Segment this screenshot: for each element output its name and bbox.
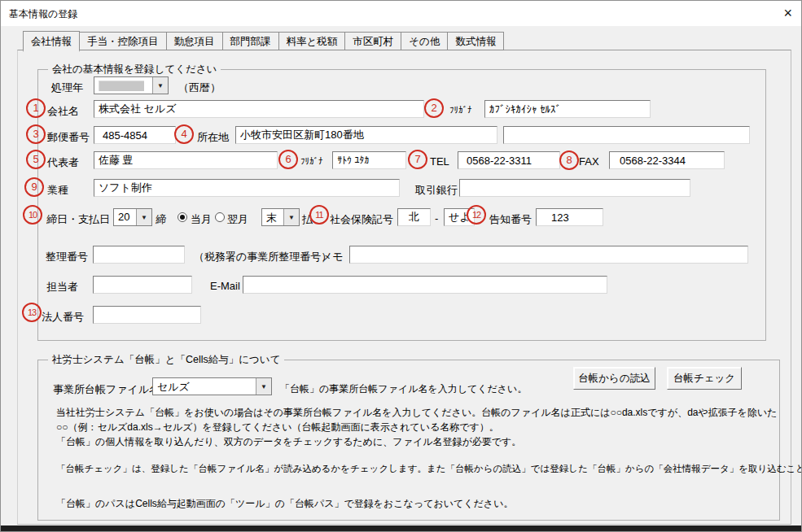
email-input[interactable] bbox=[243, 276, 607, 294]
daicho-desc-line2: ○○（例：セルズda.xls→セルズ）を登録してください（台帳起動画面に表示され… bbox=[56, 421, 499, 434]
processing-year-combo[interactable]: ▼ bbox=[94, 76, 169, 94]
address-input[interactable] bbox=[235, 126, 497, 144]
closing-suffix-label: 締 bbox=[156, 212, 166, 227]
email-label: E-Mail bbox=[210, 280, 240, 292]
badge-4: 4 bbox=[174, 124, 194, 144]
tab-allowance-deduction[interactable]: 手当・控除項目 bbox=[80, 32, 167, 50]
bank-label: 取引銀行 bbox=[415, 183, 458, 198]
company-kana-label: ﾌﾘｶﾞﾅ bbox=[449, 105, 472, 115]
tab-formula-info[interactable]: 数式情報 bbox=[448, 32, 504, 50]
industry-label: 業種 bbox=[47, 183, 68, 198]
industry-input[interactable] bbox=[94, 179, 400, 197]
radio-next-month[interactable] bbox=[215, 212, 225, 222]
processing-year-redacted-value bbox=[99, 81, 144, 91]
window-title: 基本情報の登録 bbox=[9, 7, 77, 21]
group-daicho-legend: 社労士システム「台帳」と「Cells給与」について bbox=[48, 353, 284, 367]
seiri-number-input[interactable] bbox=[93, 246, 185, 264]
postal-code-input[interactable] bbox=[94, 126, 176, 144]
tab-other[interactable]: その他 bbox=[401, 32, 448, 50]
fax-input[interactable] bbox=[609, 151, 725, 169]
company-kana-input[interactable] bbox=[484, 100, 651, 118]
social-insurance-separator: - bbox=[435, 212, 438, 225]
tab-departments[interactable]: 部門部課 bbox=[223, 32, 279, 50]
tab-company-info[interactable]: 会社情報 bbox=[23, 31, 80, 52]
tel-label: TEL bbox=[430, 155, 449, 168]
dialog-basic-info: 基本情報の登録 × 会社情報 手当・控除項目 勤怠項目 部門部課 料率と税額 市… bbox=[0, 0, 802, 532]
processing-year-suffix: （西暦） bbox=[178, 81, 221, 95]
chevron-down-icon[interactable]: ▼ bbox=[256, 378, 271, 395]
contact-person-label: 担当者 bbox=[46, 280, 78, 294]
badge-1: 1 bbox=[26, 98, 46, 118]
tab-bar: 会社情報 手当・控除項目 勤怠項目 部門部課 料率と税額 市区町村 その他 数式… bbox=[23, 31, 504, 50]
representative-input[interactable] bbox=[94, 151, 278, 169]
company-name-label: 会社名 bbox=[47, 104, 79, 119]
tab-municipality[interactable]: 市区町村 bbox=[345, 32, 401, 50]
badge-6: 6 bbox=[278, 150, 298, 169]
postal-code-label: 郵便番号 bbox=[47, 130, 90, 145]
chevron-down-icon[interactable]: ▼ bbox=[152, 77, 168, 94]
daicho-desc-line3: 「台帳」の個人情報を取り込んだり、双方のデータをチェックするために、ファイル名登… bbox=[56, 435, 521, 449]
daicho-check-button[interactable]: 台帳チェック bbox=[667, 367, 742, 390]
badge-5: 5 bbox=[26, 150, 46, 169]
company-name-input[interactable] bbox=[94, 100, 424, 118]
radio-next-month-label[interactable]: 翌月 bbox=[227, 212, 248, 227]
tab-rates-taxes[interactable]: 料率と税額 bbox=[279, 32, 346, 50]
contact-person-input[interactable] bbox=[93, 276, 192, 294]
badge-13: 13 bbox=[22, 303, 42, 322]
seiri-number-note: （税務署の事業所整理番号） bbox=[194, 250, 331, 264]
notice-number-input[interactable] bbox=[536, 208, 603, 226]
daicho-desc-line4: 「台帳チェック」は、登録した「台帳ファイル名」が読み込めるかをチェックします。ま… bbox=[56, 463, 802, 475]
badge-10: 10 bbox=[23, 205, 42, 225]
memo-label: メモ bbox=[322, 250, 344, 264]
representative-label: 代表者 bbox=[47, 155, 79, 170]
corporate-number-input[interactable] bbox=[93, 306, 201, 324]
fax-label: FAX bbox=[579, 155, 599, 168]
representative-kana-label: ﾌﾘｶﾞﾅ bbox=[300, 156, 323, 166]
badge-3: 3 bbox=[26, 124, 46, 144]
badge-7: 7 bbox=[408, 150, 427, 169]
badge-11: 11 bbox=[309, 205, 329, 225]
corporate-number-label: 法人番号 bbox=[42, 310, 84, 325]
social-insurance-part1-input[interactable] bbox=[397, 208, 431, 226]
tab-attendance[interactable]: 勤怠項目 bbox=[167, 32, 223, 50]
pay-day-value: 末 bbox=[266, 211, 277, 225]
daicho-file-combo[interactable]: セルズ ▼ bbox=[152, 377, 272, 395]
badge-12: 12 bbox=[467, 205, 486, 225]
address-extra-input[interactable] bbox=[503, 126, 750, 144]
chevron-down-icon[interactable]: ▼ bbox=[136, 209, 151, 225]
radio-this-month-label[interactable]: 当月 bbox=[191, 212, 212, 227]
daicho-desc-line1: 当社社労士システム「台帳」をお使いの場合はその事業所台帳ファイル名を入力してくだ… bbox=[56, 406, 778, 420]
closing-payday-label: 締日・支払日 bbox=[46, 212, 110, 227]
memo-input[interactable] bbox=[349, 246, 748, 264]
close-icon[interactable]: × bbox=[783, 4, 792, 22]
bank-input[interactable] bbox=[459, 179, 690, 197]
title-bar: 基本情報の登録 × bbox=[1, 1, 801, 26]
address-label: 所在地 bbox=[197, 130, 229, 145]
seiri-number-label: 整理番号 bbox=[46, 250, 88, 264]
window-bottom-edge bbox=[1, 525, 801, 531]
chevron-down-icon[interactable]: ▼ bbox=[283, 209, 299, 225]
daicho-desc-line5: 「台帳」のパスはCells給与起動画面の「ツール」の「台帳パス」で登録をおこなっ… bbox=[56, 497, 513, 511]
daicho-read-button[interactable]: 台帳からの読込 bbox=[573, 367, 655, 390]
badge-8: 8 bbox=[559, 150, 579, 170]
closing-day-value: 20 bbox=[118, 211, 129, 223]
social-insurance-label: 社会保険記号 bbox=[330, 212, 393, 227]
closing-day-combo[interactable]: 20 ▼ bbox=[113, 208, 152, 226]
daicho-file-hint: 「台帳」の事業所台帳ファイル名を入力してください。 bbox=[280, 382, 527, 396]
badge-2: 2 bbox=[424, 98, 444, 118]
processing-year-label: 処理年 bbox=[51, 81, 83, 95]
daicho-file-label: 事業所台帳ファイル名 bbox=[53, 382, 160, 397]
representative-kana-input[interactable] bbox=[332, 151, 406, 169]
group-company-basic-legend: 会社の基本情報を登録してください bbox=[48, 63, 221, 76]
badge-9: 9 bbox=[24, 177, 44, 197]
daicho-file-value: セルズ bbox=[157, 380, 190, 395]
notice-number-label: 告知番号 bbox=[489, 212, 532, 227]
tel-input[interactable] bbox=[458, 151, 560, 169]
pay-day-combo[interactable]: 末 ▼ bbox=[261, 208, 300, 226]
radio-this-month[interactable] bbox=[177, 212, 187, 222]
